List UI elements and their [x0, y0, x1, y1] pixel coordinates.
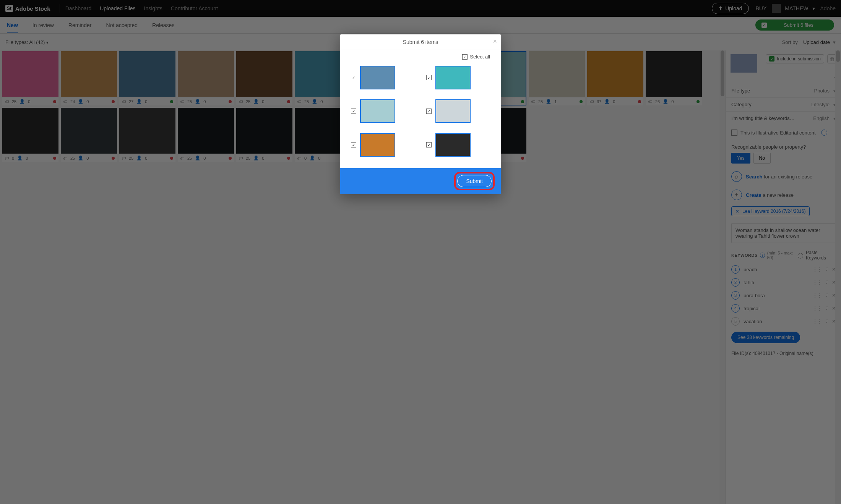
select-all-row: ✓ Select all — [348, 54, 493, 63]
modal-body: ✓ Select all ✓ ✓ ✓ ✓ ✓ ✓ — [340, 50, 501, 168]
submit-highlight: Submit — [454, 172, 495, 190]
item-checkbox[interactable]: ✓ — [351, 142, 356, 147]
modal-item: ✓ — [426, 99, 490, 123]
modal-item: ✓ — [426, 133, 490, 157]
modal-item: ✓ — [426, 66, 490, 89]
submit-modal: Submit 6 items × ✓ Select all ✓ ✓ ✓ ✓ ✓ … — [340, 34, 501, 194]
item-checkbox[interactable]: ✓ — [426, 75, 432, 80]
item-thumbnail — [435, 66, 471, 89]
modal-header: Submit 6 items × — [340, 34, 501, 50]
item-checkbox[interactable]: ✓ — [351, 109, 356, 114]
item-checkbox[interactable]: ✓ — [426, 109, 432, 114]
modal-footer: Submit — [340, 168, 501, 194]
modal-title: Submit 6 items — [403, 39, 438, 45]
modal-items-grid: ✓ ✓ ✓ ✓ ✓ ✓ — [348, 63, 493, 159]
select-all-checkbox[interactable]: ✓ — [462, 54, 468, 60]
modal-item: ✓ — [351, 99, 415, 123]
item-thumbnail — [435, 99, 471, 123]
modal-item: ✓ — [351, 133, 415, 157]
select-all-label: Select all — [470, 54, 490, 60]
modal-close-button[interactable]: × — [493, 37, 497, 45]
submit-button[interactable]: Submit — [457, 175, 492, 187]
item-checkbox[interactable]: ✓ — [351, 75, 356, 80]
modal-item: ✓ — [351, 66, 415, 89]
item-thumbnail — [435, 133, 471, 157]
item-thumbnail — [360, 99, 395, 123]
item-thumbnail — [360, 133, 395, 157]
item-checkbox[interactable]: ✓ — [426, 142, 432, 147]
item-thumbnail — [360, 66, 395, 89]
